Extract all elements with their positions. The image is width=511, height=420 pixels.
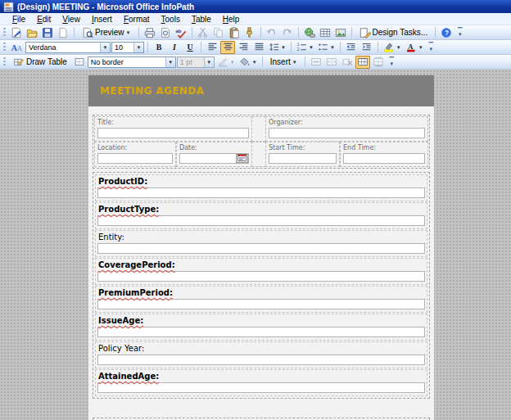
increase-indent-button[interactable] bbox=[360, 41, 374, 54]
form-header-band[interactable]: MEETING AGENDA bbox=[88, 75, 434, 106]
menu-table[interactable]: Table bbox=[186, 14, 217, 25]
font-name-combo[interactable]: Verdana ▼ bbox=[25, 42, 111, 53]
menu-format[interactable]: Format bbox=[118, 14, 156, 25]
font-pane-button[interactable]: AA bbox=[9, 41, 25, 54]
product-id-textbox[interactable] bbox=[97, 187, 425, 198]
spelling-button[interactable]: ab bbox=[174, 26, 188, 39]
premium-period-textbox[interactable] bbox=[97, 299, 425, 309]
permission-button[interactable] bbox=[56, 26, 70, 39]
chevron-down-icon[interactable]: ▼ bbox=[165, 57, 175, 67]
policy-year-textbox[interactable] bbox=[97, 355, 425, 365]
issue-age-field[interactable]: IssueAge: bbox=[95, 314, 427, 341]
organizer-field-cell[interactable]: Organizer: bbox=[265, 116, 428, 142]
numbered-list-button[interactable]: 12 ▼ bbox=[295, 41, 315, 54]
delete-cells-button[interactable] bbox=[340, 56, 355, 69]
copy-button[interactable] bbox=[211, 26, 226, 39]
highlight-button[interactable]: ▼ bbox=[382, 41, 403, 54]
undo-button[interactable] bbox=[265, 26, 279, 39]
toolbar-grip[interactable] bbox=[3, 28, 6, 38]
print-preview-button[interactable] bbox=[158, 26, 173, 39]
font-color-button[interactable]: A ▼ bbox=[404, 41, 425, 54]
insert-hyperlink-button[interactable] bbox=[302, 26, 317, 39]
attained-age-field[interactable]: AttainedAge: bbox=[95, 369, 427, 396]
merge-cells-button[interactable] bbox=[309, 56, 323, 69]
border-width-combo[interactable]: 1 pt ▼ bbox=[177, 56, 215, 68]
entity-field[interactable]: Entity: bbox=[95, 230, 427, 257]
help-button[interactable]: ? bbox=[439, 26, 454, 39]
insert-picture-button[interactable] bbox=[333, 26, 348, 39]
entity-textbox[interactable] bbox=[97, 243, 425, 254]
new-form-button[interactable] bbox=[9, 26, 24, 39]
format-painter-button[interactable] bbox=[242, 26, 257, 39]
insert-table-button[interactable] bbox=[318, 26, 332, 39]
redo-button[interactable] bbox=[280, 26, 295, 39]
end-time-textbox[interactable] bbox=[343, 153, 425, 164]
menu-file[interactable]: File bbox=[7, 14, 31, 25]
save-button[interactable] bbox=[40, 26, 55, 39]
draw-table-button[interactable]: Draw Table bbox=[9, 56, 71, 69]
border-style-combo[interactable]: No border ▼ bbox=[88, 56, 176, 68]
bold-button[interactable]: B bbox=[151, 41, 166, 54]
product-fields-section[interactable]: ProductID: ProductType: Entity: Coverage… bbox=[93, 172, 430, 399]
chevron-down-icon[interactable]: ▼ bbox=[100, 43, 110, 52]
start-time-field-cell[interactable]: Start Time: bbox=[265, 142, 340, 167]
date-field-cell[interactable]: Date: bbox=[176, 142, 252, 167]
organizer-textbox[interactable] bbox=[269, 128, 425, 138]
justify-button[interactable] bbox=[251, 41, 266, 54]
issue-age-textbox[interactable] bbox=[97, 327, 425, 337]
toolbar-grip[interactable] bbox=[3, 43, 6, 52]
attained-age-label: AttainedAge: bbox=[98, 372, 159, 381]
line-spacing-button[interactable]: ▼ bbox=[267, 41, 287, 54]
bullet-list-button[interactable]: ▼ bbox=[316, 41, 337, 54]
menu-insert[interactable]: Insert bbox=[86, 14, 118, 25]
toolbar-options-icon[interactable]: ▔▾ bbox=[427, 41, 436, 54]
coverage-period-textbox[interactable] bbox=[97, 271, 425, 282]
attained-age-textbox[interactable] bbox=[97, 382, 425, 393]
date-picker-button[interactable] bbox=[236, 154, 248, 163]
policy-year-field[interactable]: Policy Year: bbox=[95, 341, 427, 368]
shading-button[interactable]: ▼ bbox=[237, 56, 259, 69]
chevron-down-icon[interactable]: ▼ bbox=[204, 57, 214, 67]
paste-button[interactable] bbox=[227, 26, 242, 39]
toolbar-grip[interactable] bbox=[3, 57, 6, 67]
separator bbox=[298, 27, 299, 38]
pen-color-button[interactable]: ▼ bbox=[215, 56, 237, 69]
title-field-cell[interactable]: Title: bbox=[94, 116, 252, 142]
menu-view[interactable]: View bbox=[57, 14, 86, 25]
toolbar-options-icon[interactable]: ▔▾ bbox=[387, 56, 396, 69]
toolbar-options-icon[interactable]: ▔▾ bbox=[455, 26, 464, 39]
menu-help[interactable]: Help bbox=[217, 14, 246, 25]
print-button[interactable] bbox=[142, 26, 157, 39]
decrease-indent-button[interactable] bbox=[344, 41, 359, 54]
align-center-button[interactable] bbox=[220, 41, 235, 54]
location-field-cell[interactable]: Location: bbox=[94, 142, 176, 167]
insert-menu-button[interactable]: Insert ▼ bbox=[266, 56, 301, 69]
chevron-down-icon[interactable]: ▼ bbox=[133, 43, 143, 52]
cut-button[interactable] bbox=[196, 26, 210, 39]
meeting-info-section[interactable]: Title: Organizer: Location: Da bbox=[93, 115, 430, 169]
align-left-button[interactable] bbox=[205, 41, 219, 54]
location-textbox[interactable] bbox=[97, 153, 173, 164]
coverage-period-field[interactable]: CoveragePeriod: bbox=[95, 258, 427, 285]
split-cells-button[interactable] bbox=[324, 56, 339, 69]
underline-button[interactable]: U bbox=[183, 41, 197, 54]
align-right-button[interactable] bbox=[236, 41, 251, 54]
menu-edit[interactable]: Edit bbox=[31, 14, 57, 25]
product-id-field[interactable]: ProductID: bbox=[95, 174, 427, 201]
premium-period-field[interactable]: PremiumPeriod: bbox=[95, 286, 427, 313]
design-tasks-button[interactable]: Design Tasks... bbox=[355, 26, 432, 39]
title-textbox[interactable] bbox=[97, 128, 249, 138]
start-time-textbox[interactable] bbox=[269, 153, 337, 164]
show-gridlines-button[interactable] bbox=[355, 56, 370, 69]
autofit-button[interactable] bbox=[371, 56, 386, 69]
preview-button[interactable]: Preview ▼ bbox=[78, 26, 135, 39]
open-button[interactable] bbox=[25, 26, 39, 39]
product-type-textbox[interactable] bbox=[97, 215, 425, 226]
menu-tools[interactable]: Tools bbox=[156, 14, 186, 25]
design-canvas[interactable]: MEETING AGENDA Title: Organizer: bbox=[0, 70, 511, 420]
italic-button[interactable]: I bbox=[167, 41, 182, 54]
border-style-button[interactable] bbox=[72, 56, 87, 69]
product-type-field[interactable]: ProductType: bbox=[95, 202, 427, 229]
font-size-combo[interactable]: 10 ▼ bbox=[111, 42, 144, 53]
end-time-field-cell[interactable]: End Time: bbox=[340, 142, 428, 167]
